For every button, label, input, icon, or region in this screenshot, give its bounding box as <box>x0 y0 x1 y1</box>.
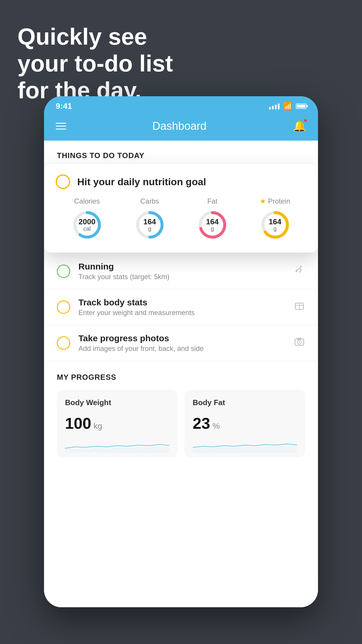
protein-label: ★ Protein <box>260 197 290 205</box>
carbs-label: Carbs <box>140 197 159 205</box>
wifi-icon: 📶 <box>283 102 292 111</box>
todo-item-body-stats[interactable]: Track body stats Enter your weight and m… <box>44 289 318 325</box>
card-header: Hit your daily nutrition goal <box>56 174 306 189</box>
menu-button[interactable] <box>56 123 66 130</box>
nutrition-card: Hit your daily nutrition goal Calories 2… <box>44 164 318 253</box>
todo-circle-body-stats <box>57 300 70 314</box>
nutrition-carbs: Carbs 164 g <box>134 197 166 241</box>
protein-donut: 164 g <box>259 209 291 241</box>
body-weight-title: Body Weight <box>65 398 169 407</box>
phone-mockup: 9:41 📶 Dashboard 🔔 THINGS TO DO TODAY <box>44 96 318 607</box>
battery-icon <box>296 104 306 109</box>
task-circle-nutrition[interactable] <box>56 174 70 189</box>
status-icons: 📶 <box>269 102 306 111</box>
nutrition-protein: ★ Protein 164 g <box>259 197 291 241</box>
section-header-today: THINGS TO DO TODAY <box>44 141 318 166</box>
card-title: Hit your daily nutrition goal <box>77 176 206 188</box>
svg-point-13 <box>299 342 300 343</box>
progress-card-weight[interactable]: Body Weight 100 kg <box>57 390 178 457</box>
body-weight-value: 100 kg <box>65 414 169 432</box>
todo-section: Running Track your stats (target: 5km) T… <box>44 253 318 361</box>
star-icon: ★ <box>260 197 266 205</box>
calories-label: Calories <box>74 197 100 205</box>
nutrition-fat: Fat 164 g <box>196 197 229 241</box>
progress-card-fat[interactable]: Body Fat 23 % <box>184 390 305 457</box>
nutrition-calories: Calories 2000 cal <box>71 197 103 241</box>
nutrition-row: Calories 2000 cal Carbs <box>56 197 306 241</box>
notification-button[interactable]: 🔔 <box>293 120 306 132</box>
phone-body: THINGS TO DO TODAY Hit your daily nutrit… <box>44 141 318 607</box>
todo-circle-running <box>57 265 70 278</box>
progress-header: MY PROGRESS <box>57 373 305 382</box>
todo-item-running[interactable]: Running Track your stats (target: 5km) <box>44 253 318 289</box>
fat-wave <box>193 438 297 453</box>
body-fat-value: 23 % <box>193 414 297 432</box>
app-headline: Quickly see your to-do list for the day. <box>17 23 173 104</box>
todo-item-progress-photos[interactable]: Take progress photos Add images of your … <box>44 325 318 361</box>
fat-label: Fat <box>207 197 217 205</box>
todo-text-body-stats: Track body stats Enter your weight and m… <box>78 298 294 317</box>
running-icon <box>294 264 305 279</box>
progress-section: MY PROGRESS Body Weight 100 kg <box>44 361 318 469</box>
status-bar: 9:41 📶 <box>44 96 318 114</box>
progress-cards: Body Weight 100 kg Body Fat <box>57 390 305 457</box>
nav-title: Dashboard <box>152 120 207 132</box>
todo-circle-progress-photos <box>57 336 70 350</box>
scale-icon <box>294 300 305 314</box>
weight-wave <box>65 438 169 453</box>
nav-bar: Dashboard 🔔 <box>44 114 318 141</box>
fat-donut: 164 g <box>196 209 229 241</box>
signal-icon <box>269 103 280 109</box>
todo-text-progress-photos: Take progress photos Add images of your … <box>78 333 294 353</box>
body-fat-title: Body Fat <box>193 398 297 407</box>
time-display: 9:41 <box>56 102 72 111</box>
photo-icon <box>294 336 305 350</box>
calories-donut: 2000 cal <box>71 209 103 241</box>
todo-text-running: Running Track your stats (target: 5km) <box>78 262 294 281</box>
notification-badge <box>303 118 307 123</box>
carbs-donut: 164 g <box>134 209 166 241</box>
